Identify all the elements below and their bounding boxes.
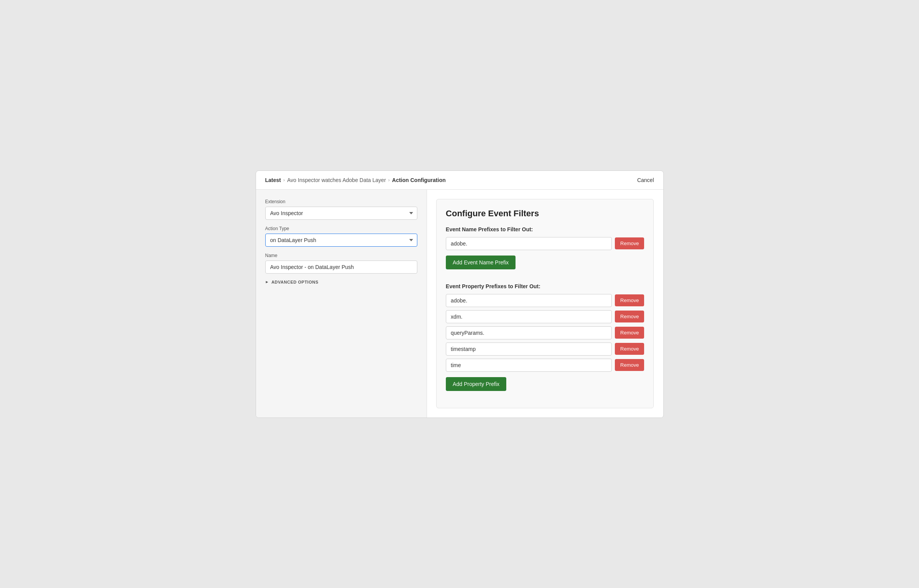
breadcrumb: Latest › Avo Inspector watches Adobe Dat… (265, 177, 446, 183)
breadcrumb-current: Action Configuration (392, 177, 445, 183)
event-property-prefix-row-1: Remove (446, 310, 644, 323)
main-container: Latest › Avo Inspector watches Adobe Dat… (256, 170, 664, 418)
name-group: Name (265, 253, 417, 274)
advanced-options[interactable]: ► ADVANCED OPTIONS (265, 280, 417, 284)
action-type-group: Action Type on DataLayer Push (265, 226, 417, 247)
name-label: Name (265, 253, 417, 258)
action-type-select[interactable]: on DataLayer Push (265, 234, 417, 247)
name-input[interactable] (265, 261, 417, 274)
add-event-name-prefix-button[interactable]: Add Event Name Prefix (446, 256, 516, 269)
configure-title: Configure Event Filters (446, 209, 644, 219)
event-name-section: Event Name Prefixes to Filter Out: Remov… (446, 226, 644, 277)
add-property-prefix-button[interactable]: Add Property Prefix (446, 377, 506, 391)
breadcrumb-chevron: › (388, 177, 390, 183)
event-property-prefix-input-4[interactable] (446, 359, 612, 372)
left-panel: Extension Avo Inspector Action Type on D… (256, 190, 427, 418)
extension-select[interactable]: Avo Inspector (265, 207, 417, 220)
event-property-prefix-input-2[interactable] (446, 326, 612, 339)
breadcrumb-link: Avo Inspector watches Adobe Data Layer (287, 177, 386, 183)
right-panel: Configure Event Filters Event Name Prefi… (427, 190, 663, 418)
event-name-prefix-input-0[interactable] (446, 237, 612, 250)
event-name-remove-button-0[interactable]: Remove (615, 237, 644, 249)
configure-panel: Configure Event Filters Event Name Prefi… (436, 199, 654, 408)
event-property-prefix-input-1[interactable] (446, 310, 612, 323)
chevron-right-icon: ► (265, 280, 269, 284)
event-property-remove-button-3[interactable]: Remove (615, 343, 644, 355)
event-property-remove-button-4[interactable]: Remove (615, 359, 644, 371)
event-name-section-title: Event Name Prefixes to Filter Out: (446, 226, 644, 232)
content-area: Extension Avo Inspector Action Type on D… (256, 190, 663, 418)
advanced-options-label: ADVANCED OPTIONS (271, 280, 318, 284)
event-property-prefix-input-3[interactable] (446, 342, 612, 356)
event-name-prefix-row-0: Remove (446, 237, 644, 250)
event-property-prefix-row-2: Remove (446, 326, 644, 339)
breadcrumb-latest: Latest (265, 177, 281, 183)
event-property-prefix-row-4: Remove (446, 359, 644, 372)
event-property-section: Event Property Prefixes to Filter Out: R… (446, 283, 644, 399)
extension-label: Extension (265, 199, 417, 204)
action-type-label: Action Type (265, 226, 417, 231)
event-property-remove-button-0[interactable]: Remove (615, 294, 644, 306)
event-property-prefix-row-0: Remove (446, 294, 644, 307)
breadcrumb-separator-1: › (283, 177, 285, 183)
extension-group: Extension Avo Inspector (265, 199, 417, 220)
cancel-button[interactable]: Cancel (637, 177, 654, 183)
event-property-prefix-row-3: Remove (446, 342, 644, 356)
event-property-remove-button-2[interactable]: Remove (615, 327, 644, 339)
event-property-section-title: Event Property Prefixes to Filter Out: (446, 283, 644, 289)
event-property-prefix-input-0[interactable] (446, 294, 612, 307)
event-property-remove-button-1[interactable]: Remove (615, 311, 644, 322)
header: Latest › Avo Inspector watches Adobe Dat… (256, 171, 663, 190)
